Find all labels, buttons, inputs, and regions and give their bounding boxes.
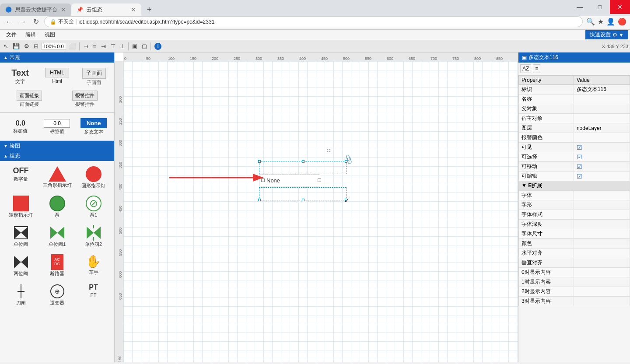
profile-icon[interactable]: 👤 bbox=[606, 18, 615, 26]
comp-screen-link[interactable]: 画面链接 画面链接 bbox=[4, 89, 56, 109]
save-tool[interactable]: 💾 bbox=[11, 42, 21, 50]
align-left-tool[interactable]: ⫤ bbox=[81, 42, 91, 50]
comp-valve2[interactable]: 单位阀1 bbox=[40, 223, 74, 249]
prop-val-font[interactable] bbox=[574, 191, 630, 200]
subscreen-button[interactable]: 子画面 bbox=[82, 68, 106, 79]
prop-val-font-shape[interactable] bbox=[574, 200, 630, 210]
close-button[interactable]: ✕ bbox=[610, 0, 630, 14]
comp-text[interactable]: Text 文字 bbox=[4, 66, 37, 86]
prop-val-name[interactable] bbox=[574, 94, 630, 104]
align-center-tool[interactable]: ≡ bbox=[91, 42, 98, 50]
sort-group-button[interactable]: ≡ bbox=[533, 64, 540, 73]
quick-settings-button[interactable]: 快速设置 ⚙ ▼ bbox=[585, 30, 628, 39]
prop-val-selectable[interactable]: ☑ bbox=[574, 152, 630, 162]
tab-2-close[interactable]: ✕ bbox=[131, 6, 136, 13]
selectable-checkbox[interactable]: ☑ bbox=[577, 154, 582, 161]
align-top-tool[interactable]: ⊤ bbox=[109, 42, 117, 50]
prop-val-movable[interactable]: ☑ bbox=[574, 162, 630, 172]
handle-tl[interactable] bbox=[258, 160, 261, 163]
prop-val-state0[interactable] bbox=[574, 268, 630, 277]
prop-val-parent[interactable] bbox=[574, 104, 630, 114]
prop-val-v-align[interactable] bbox=[574, 258, 630, 268]
rotate-handle[interactable] bbox=[327, 149, 330, 152]
window-controls[interactable]: — □ ✕ bbox=[570, 0, 630, 14]
comp-valve1[interactable]: 单位阀 bbox=[4, 223, 38, 249]
forward-button[interactable]: → bbox=[18, 17, 28, 27]
align-right-tool[interactable]: ⫣ bbox=[99, 42, 108, 50]
e-section-label[interactable]: ▼ E扩展 bbox=[519, 181, 630, 191]
group-tool[interactable]: ▣ bbox=[130, 42, 139, 50]
comp-valve3[interactable]: 单位阀2 bbox=[76, 223, 111, 249]
bookmark-icon[interactable]: ★ bbox=[598, 18, 604, 26]
comp-breaker[interactable]: ACDC 断路器 bbox=[40, 252, 74, 278]
tab-1-close[interactable]: ✕ bbox=[61, 6, 66, 13]
comp-subscreen[interactable]: 子画面 子画面 bbox=[77, 66, 111, 87]
comp-numeric[interactable]: 0.0 标签值 bbox=[4, 118, 38, 136]
url-box[interactable]: 🔒 不安全 | iot.idosp.net/html/scada/editor.… bbox=[44, 16, 583, 27]
comp-input[interactable]: 标签值 bbox=[40, 117, 74, 136]
menu-view[interactable]: 视图 bbox=[40, 30, 60, 39]
minimize-button[interactable]: — bbox=[570, 0, 590, 14]
comp-transformer[interactable]: ⊕ 逆变器 bbox=[40, 282, 74, 308]
tab-2[interactable]: 📌 云组态 ✕ bbox=[71, 4, 141, 16]
screen-link-button[interactable]: 画面链接 bbox=[17, 91, 42, 101]
search-icon[interactable]: 🔍 bbox=[586, 18, 595, 26]
sort-alpha-button[interactable]: AZ bbox=[520, 64, 531, 73]
section-state-header[interactable]: ▲ 组态 bbox=[0, 151, 114, 161]
zoom-box-tool[interactable]: ⬜ bbox=[67, 42, 77, 50]
prop-val-visible[interactable]: ☑ bbox=[574, 143, 630, 152]
reload-button[interactable]: ↻ bbox=[32, 17, 41, 27]
section-normal-header[interactable]: ▲ 常规 bbox=[0, 52, 114, 63]
settings-tool[interactable]: ⚙ bbox=[22, 42, 31, 50]
comp-pt[interactable]: PT PT bbox=[76, 282, 111, 300]
handle-tc[interactable] bbox=[302, 160, 304, 163]
prop-val-font-depth[interactable] bbox=[574, 220, 630, 229]
section-draw-header[interactable]: ▼ 绘图 bbox=[0, 141, 114, 151]
back-button[interactable]: ← bbox=[4, 17, 14, 27]
prop-val-layer[interactable]: nodeLayer bbox=[574, 123, 630, 133]
comp-triangle[interactable]: 三角形指示灯 bbox=[40, 164, 74, 190]
none-element[interactable]: None bbox=[259, 174, 320, 186]
handle-bl[interactable] bbox=[258, 199, 261, 201]
select-tool[interactable]: ↖ bbox=[2, 42, 10, 50]
prop-val-font-style[interactable] bbox=[574, 210, 630, 220]
comp-hand[interactable]: ✋ 车手 bbox=[76, 252, 111, 277]
new-tab-button[interactable]: + bbox=[143, 4, 155, 16]
prop-val-state2[interactable] bbox=[574, 287, 630, 297]
comp-circle[interactable]: 圆形指示灯 bbox=[76, 164, 111, 190]
html-button[interactable]: HTML bbox=[45, 68, 69, 77]
prop-val-font-size[interactable] bbox=[574, 229, 630, 239]
prop-val-alarm-color[interactable] bbox=[574, 133, 630, 143]
prop-val-id[interactable]: 多态文本116 bbox=[574, 85, 630, 94]
input-box[interactable] bbox=[44, 119, 70, 128]
prop-val-h-align[interactable] bbox=[574, 248, 630, 258]
prop-val-state3[interactable] bbox=[574, 297, 630, 306]
prop-val-host[interactable] bbox=[574, 114, 630, 123]
comp-pump[interactable]: 泵 bbox=[40, 194, 74, 220]
comp-rect[interactable]: 矩形指示灯 bbox=[4, 194, 38, 220]
editable-checkbox[interactable]: ☑ bbox=[577, 173, 582, 180]
comp-html[interactable]: HTML Html bbox=[40, 66, 74, 86]
ungroup-tool[interactable]: ▢ bbox=[140, 42, 149, 50]
comp-none[interactable]: None 多态文本 bbox=[77, 116, 111, 136]
comp-knife[interactable]: 刀闸 bbox=[4, 282, 38, 308]
none-button[interactable]: None bbox=[80, 118, 107, 128]
visible-checkbox[interactable]: ☑ bbox=[577, 144, 582, 151]
tab-1[interactable]: 🔵 思普云大数据平台 ✕ bbox=[0, 4, 71, 16]
menu-edit[interactable]: 编辑 bbox=[21, 30, 40, 39]
movable-checkbox[interactable]: ☑ bbox=[577, 163, 582, 170]
layout-tool[interactable]: ⊟ bbox=[32, 42, 40, 50]
element-handle-right[interactable] bbox=[318, 178, 321, 182]
prop-val-editable[interactable]: ☑ bbox=[574, 172, 630, 181]
align-bottom-tool[interactable]: ⊥ bbox=[118, 42, 126, 50]
maximize-button[interactable]: □ bbox=[590, 0, 610, 14]
handle-bc[interactable] bbox=[302, 199, 304, 201]
comp-valve4[interactable]: 两位阀 bbox=[4, 252, 38, 278]
menu-file[interactable]: 文件 bbox=[2, 30, 21, 39]
alarm-button[interactable]: 报警控件 bbox=[72, 91, 98, 101]
prop-val-state1[interactable] bbox=[574, 277, 630, 287]
handle-tr[interactable] bbox=[345, 160, 347, 163]
extension-icon[interactable]: 🔴 bbox=[618, 18, 626, 26]
comp-alarm[interactable]: 报警控件 报警控件 bbox=[59, 89, 111, 109]
comp-pump1[interactable]: 泵1 bbox=[76, 194, 111, 220]
